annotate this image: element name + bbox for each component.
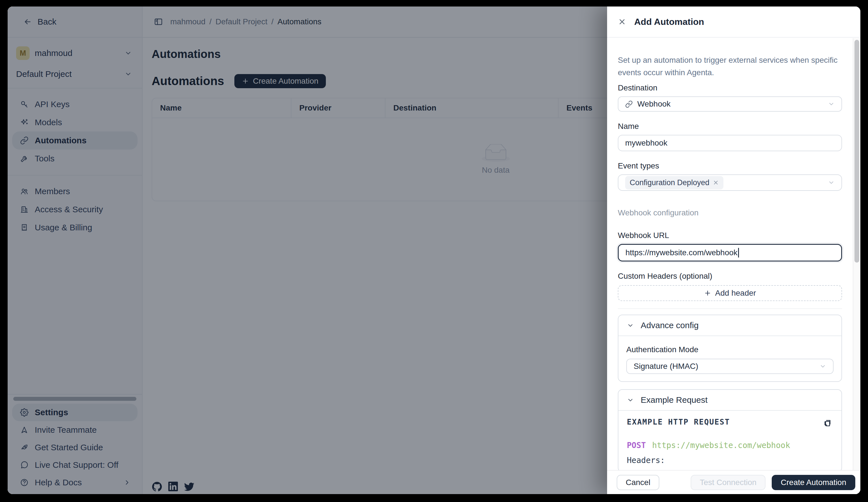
- webhook-configuration-heading: Webhook configuration: [618, 208, 842, 218]
- close-icon[interactable]: [618, 18, 626, 26]
- create-automation-submit-button[interactable]: Create Automation: [772, 475, 855, 490]
- divider: [618, 308, 842, 309]
- advance-config-body: Authentication Mode Signature (HMAC): [618, 336, 841, 381]
- chevron-down-icon: [627, 322, 634, 329]
- event-type-tag: Configuration Deployed: [625, 176, 723, 189]
- chevron-down-icon: [627, 396, 634, 404]
- example-request-header[interactable]: Example Request: [618, 390, 841, 411]
- example-request-title: Example Request: [641, 395, 707, 405]
- custom-headers-label: Custom Headers (optional): [618, 272, 842, 281]
- webhook-url-value: https://mywebsite.com/webhook: [626, 248, 737, 257]
- advance-config-title: Advance config: [641, 321, 699, 330]
- authentication-mode-value: Signature (HMAC): [634, 362, 698, 371]
- plus-icon: [704, 289, 711, 297]
- name-input[interactable]: mywebhook: [618, 135, 842, 151]
- name-value: mywebhook: [625, 139, 667, 148]
- code-heading: EXAMPLE HTTP REQUEST: [627, 418, 730, 426]
- webhook-url-input[interactable]: https://mywebsite.com/webhook: [618, 244, 842, 261]
- authentication-mode-label: Authentication Mode: [626, 345, 834, 355]
- destination-value: Webhook: [637, 100, 671, 109]
- event-types-select[interactable]: Configuration Deployed: [618, 174, 842, 191]
- add-header-button[interactable]: Add header: [618, 285, 842, 301]
- test-connection-button[interactable]: Test Connection: [691, 475, 765, 490]
- webhook-url-label: Webhook URL: [618, 231, 842, 241]
- chevron-down-icon: [828, 101, 835, 108]
- chevron-down-icon: [819, 363, 826, 370]
- chevron-down-icon: [828, 179, 835, 186]
- example-request-panel: Example Request EXAMPLE HTTP REQUEST POS…: [618, 389, 842, 470]
- add-automation-drawer: Add Automation Set up an automation to t…: [607, 7, 860, 494]
- drawer-description: Set up an automation to trigger external…: [618, 54, 838, 79]
- drawer-header: Add Automation: [607, 7, 860, 38]
- tag-close-icon[interactable]: [713, 180, 719, 186]
- http-method: POST: [627, 441, 646, 450]
- drawer-footer: Cancel Test Connection Create Automation: [607, 470, 860, 494]
- http-url: https://mywebsite.com/webhook: [652, 441, 790, 450]
- event-type-tag-label: Configuration Deployed: [630, 178, 709, 187]
- destination-label: Destination: [618, 83, 842, 93]
- drawer-title: Add Automation: [634, 17, 704, 27]
- copy-icon[interactable]: [823, 418, 833, 428]
- destination-select[interactable]: Webhook: [618, 97, 842, 112]
- authentication-mode-select[interactable]: Signature (HMAC): [626, 359, 834, 374]
- link-icon: [625, 100, 633, 108]
- drawer-scrollbar-track[interactable]: [853, 38, 860, 470]
- example-request-body: EXAMPLE HTTP REQUEST POSThttps://mywebsi…: [618, 411, 841, 470]
- drawer-scrollbar-thumb[interactable]: [855, 40, 859, 263]
- clipped-code-line: Headers:: [627, 456, 833, 465]
- event-types-label: Event types: [618, 161, 842, 171]
- add-header-label: Add header: [715, 289, 756, 298]
- desktop-background: Back M mahmoud Default Project: [0, 0, 868, 502]
- name-label: Name: [618, 122, 842, 131]
- drawer-body: Set up an automation to trigger external…: [607, 38, 853, 470]
- text-cursor: [738, 248, 739, 258]
- advance-config-panel: Advance config Authentication Mode Signa…: [618, 314, 842, 382]
- cancel-button[interactable]: Cancel: [617, 475, 659, 490]
- advance-config-header[interactable]: Advance config: [618, 315, 841, 336]
